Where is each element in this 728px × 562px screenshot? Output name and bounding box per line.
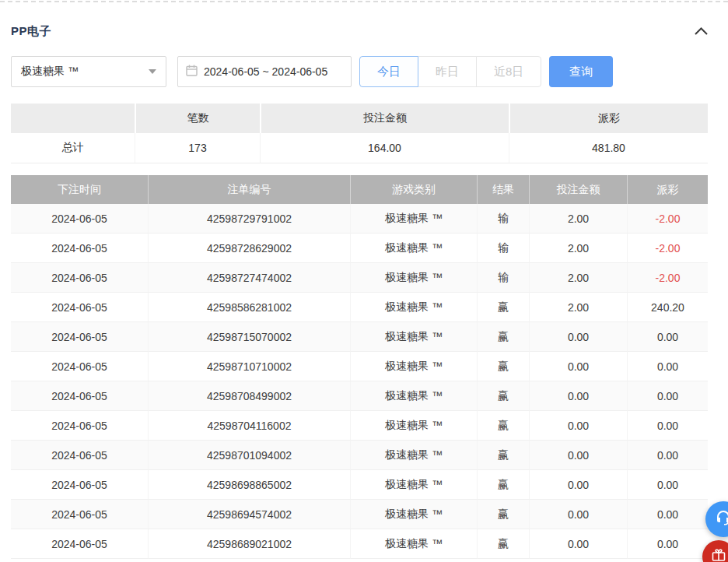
cell-payout: 0.00 (627, 381, 708, 411)
chevron-down-icon (149, 69, 156, 74)
cell-order-id: 42598715070002 (148, 322, 350, 352)
cell-game-type: 极速糖果 ™ (350, 381, 477, 411)
cell-payout: -2.00 (627, 204, 708, 234)
game-select[interactable]: 极速糖果 ™ (11, 56, 166, 87)
cell-bet-amount: 0.00 (529, 381, 627, 411)
cell-order-id: 42598701094002 (148, 441, 350, 470)
cell-bet-amount: 2.00 (529, 263, 627, 293)
cell-payout: 0.00 (627, 470, 708, 500)
cell-bet-time: 2024-06-05 (11, 293, 148, 322)
cell-payout: 0.00 (627, 441, 708, 470)
search-button[interactable]: 查询 (549, 56, 613, 87)
cell-result: 赢 (477, 529, 529, 559)
cell-bet-amount: 2.00 (529, 293, 627, 322)
table-row: 2024-06-05 42598698865002 极速糖果 ™ 赢 0.00 … (11, 470, 708, 500)
summary-payout-value: 481.80 (509, 133, 708, 163)
cell-bet-time: 2024-06-05 (11, 322, 148, 352)
pp-electronic-panel: PP电子 极速糖果 ™ 2024-06-05 ~ 2024-06-05 (0, 23, 728, 559)
filter-row: 极速糖果 ™ 2024-06-05 ~ 2024-06-05 今日 昨日 近8日… (11, 56, 708, 87)
cell-bet-amount: 0.00 (529, 441, 627, 470)
cell-order-id: 42598586281002 (148, 293, 350, 322)
cell-order-id: 42598710710002 (148, 352, 350, 381)
cell-order-id: 42598708499002 (148, 381, 350, 411)
date-range-input[interactable]: 2024-06-05 ~ 2024-06-05 (177, 56, 352, 87)
cell-bet-amount: 2.00 (529, 234, 627, 263)
table-row: 2024-06-05 42598708499002 极速糖果 ™ 赢 0.00 … (11, 381, 708, 411)
bet-table-body: 2024-06-05 42598729791002 极速糖果 ™ 输 2.00 … (11, 204, 708, 559)
cell-result: 赢 (477, 470, 529, 500)
table-row: 2024-06-05 42598728629002 极速糖果 ™ 输 2.00 … (11, 234, 708, 263)
cell-order-id: 42598694574002 (148, 500, 350, 529)
cell-result: 输 (477, 263, 529, 293)
quick-range-today[interactable]: 今日 (359, 56, 418, 87)
cell-payout: 0.00 (627, 411, 708, 441)
header-payout: 派彩 (627, 175, 708, 204)
quick-range-yesterday[interactable]: 昨日 (418, 56, 477, 87)
table-row: 2024-06-05 42598727474002 极速糖果 ™ 输 2.00 … (11, 263, 708, 293)
header-result: 结果 (477, 175, 529, 204)
cell-game-type: 极速糖果 ™ (350, 411, 477, 441)
quick-range-8days[interactable]: 近8日 (476, 56, 541, 87)
cell-game-type: 极速糖果 ™ (350, 500, 477, 529)
table-row: 2024-06-05 42598729791002 极速糖果 ™ 输 2.00 … (11, 204, 708, 234)
cell-game-type: 极速糖果 ™ (350, 470, 477, 500)
cell-bet-time: 2024-06-05 (11, 441, 148, 470)
headset-icon (714, 508, 728, 530)
table-row: 2024-06-05 42598689021002 极速糖果 ™ 赢 0.00 … (11, 529, 708, 559)
table-row: 2024-06-05 42598704116002 极速糖果 ™ 赢 0.00 … (11, 411, 708, 441)
cell-bet-amount: 0.00 (529, 352, 627, 381)
cell-payout: -2.00 (627, 234, 708, 263)
cell-bet-time: 2024-06-05 (11, 500, 148, 529)
cell-bet-time: 2024-06-05 (11, 411, 148, 441)
cell-game-type: 极速糖果 ™ (350, 441, 477, 470)
cell-bet-time: 2024-06-05 (11, 381, 148, 411)
panel-title: PP电子 (11, 24, 51, 39)
collapse-button[interactable] (695, 24, 708, 38)
game-select-value: 极速糖果 ™ (21, 65, 79, 79)
cell-game-type: 极速糖果 ™ (350, 293, 477, 322)
summary-header-payout: 派彩 (509, 104, 708, 133)
cell-payout: -2.00 (627, 263, 708, 293)
cell-result: 赢 (477, 381, 529, 411)
quick-range-group: 今日 昨日 近8日 (359, 56, 541, 87)
summary-header-empty (11, 104, 135, 133)
summary-total-row: 总计 173 164.00 481.80 (11, 133, 708, 163)
chevron-up-icon (695, 24, 708, 38)
bet-records-table: 下注时间 注单编号 游戏类别 结果 投注金额 派彩 2024-06-05 425… (11, 175, 708, 559)
cell-result: 赢 (477, 293, 529, 322)
cell-order-id: 42598698865002 (148, 470, 350, 500)
panel-header: PP电子 (11, 23, 708, 39)
cell-result: 赢 (477, 352, 529, 381)
cell-order-id: 42598704116002 (148, 411, 350, 441)
table-header-row: 下注时间 注单编号 游戏类别 结果 投注金额 派彩 (11, 175, 708, 204)
cell-result: 赢 (477, 500, 529, 529)
summary-header-row: 笔数 投注金额 派彩 (11, 104, 708, 133)
cell-bet-time: 2024-06-05 (11, 234, 148, 263)
header-order-id: 注单编号 (148, 175, 350, 204)
cell-order-id: 42598729791002 (148, 204, 350, 234)
summary-table: 笔数 投注金额 派彩 总计 173 164.00 481.80 (11, 104, 708, 163)
summary-header-bet-amount: 投注金额 (260, 104, 509, 133)
calendar-icon (186, 65, 198, 79)
date-range-value: 2024-06-05 ~ 2024-06-05 (204, 65, 327, 78)
cell-result: 赢 (477, 411, 529, 441)
cell-payout: 0.00 (627, 500, 708, 529)
cell-bet-amount: 0.00 (529, 470, 627, 500)
cell-game-type: 极速糖果 ™ (350, 234, 477, 263)
cell-payout: 0.00 (627, 322, 708, 352)
cell-result: 赢 (477, 441, 529, 470)
cell-payout: 0.00 (627, 352, 708, 381)
cell-game-type: 极速糖果 ™ (350, 322, 477, 352)
table-row: 2024-06-05 42598715070002 极速糖果 ™ 赢 0.00 … (11, 322, 708, 352)
cell-game-type: 极速糖果 ™ (350, 204, 477, 234)
summary-count-value: 173 (135, 133, 260, 163)
table-row: 2024-06-05 42598586281002 极速糖果 ™ 赢 2.00 … (11, 293, 708, 322)
cell-bet-time: 2024-06-05 (11, 352, 148, 381)
table-row: 2024-06-05 42598694574002 极速糖果 ™ 赢 0.00 … (11, 500, 708, 529)
cell-order-id: 42598728629002 (148, 234, 350, 263)
top-dashed-divider (0, 1, 728, 2)
cell-game-type: 极速糖果 ™ (350, 352, 477, 381)
cell-result: 输 (477, 204, 529, 234)
cell-bet-time: 2024-06-05 (11, 529, 148, 559)
header-bet-time: 下注时间 (11, 175, 148, 204)
